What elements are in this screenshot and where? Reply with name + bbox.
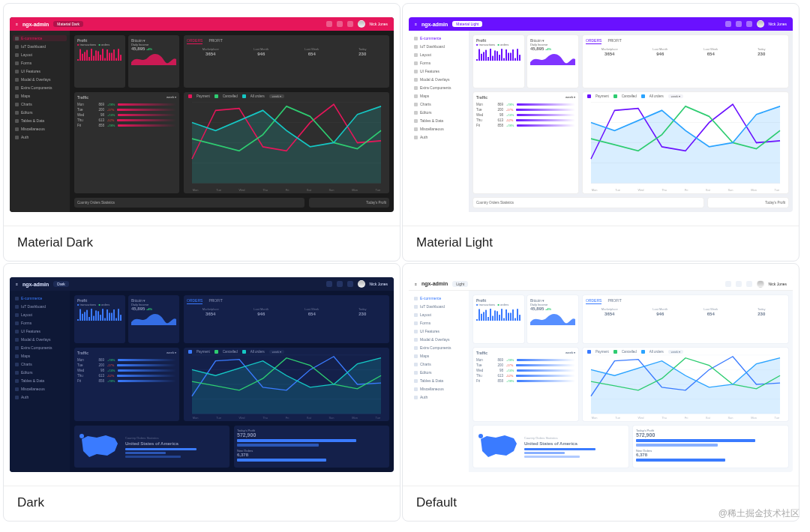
- mail-icon[interactable]: [337, 281, 343, 287]
- bell-icon[interactable]: [347, 21, 353, 27]
- stat-card: Today230: [339, 46, 387, 56]
- sidebar-item[interactable]: Maps: [13, 353, 67, 359]
- bell-icon[interactable]: [347, 281, 353, 287]
- sidebar-item[interactable]: IoT Dashboard: [412, 43, 466, 49]
- theme-pill[interactable]: Material Light: [452, 21, 482, 27]
- sidebar-item[interactable]: Extra Components: [13, 345, 67, 351]
- sidebar-item[interactable]: Miscellaneous: [412, 386, 466, 392]
- sidebar-item[interactable]: Editors: [412, 109, 466, 115]
- sidebar-item[interactable]: Forms: [412, 60, 466, 66]
- sidebar-item[interactable]: UI Features: [412, 68, 466, 74]
- topbar: ≡ ngx-admin Material Light Nick Jones: [409, 17, 793, 31]
- tab-profit[interactable]: PROFIT: [608, 298, 621, 304]
- sidebar-item[interactable]: Auth: [13, 134, 67, 140]
- avatar[interactable]: [358, 280, 365, 288]
- tab-profit[interactable]: PROFIT: [208, 38, 222, 44]
- sidebar-item[interactable]: Extra Components: [412, 345, 466, 351]
- tab-profit[interactable]: PROFIT: [608, 38, 621, 44]
- sidebar-item[interactable]: Charts: [13, 101, 67, 107]
- sidebar-item[interactable]: Forms: [13, 60, 67, 66]
- watermark-text: @稀土掘金技术社区: [718, 507, 800, 520]
- sidebar-item[interactable]: E-commerce: [412, 295, 466, 301]
- sidebar-item[interactable]: Editors: [13, 369, 67, 375]
- sidebar-item[interactable]: Modal & Overlays: [412, 76, 466, 82]
- sidebar-item[interactable]: IoT Dashboard: [13, 303, 67, 309]
- sidebar-item[interactable]: Layout: [412, 52, 466, 58]
- svg-rect-64: [109, 313, 110, 321]
- sidebar-item[interactable]: Auth: [412, 134, 466, 140]
- tab-orders[interactable]: ORDERS: [187, 38, 202, 44]
- search-icon[interactable]: [725, 281, 731, 287]
- sidebar-item[interactable]: Extra Components: [13, 85, 67, 91]
- theme-card-default[interactable]: ≡ ngx-admin Light Nick Jones E-commerceI…: [402, 263, 800, 522]
- stat-card: Marketplace3654: [586, 306, 634, 316]
- mail-icon[interactable]: [736, 21, 742, 27]
- sidebar-item[interactable]: Editors: [13, 109, 67, 115]
- country-orders-panel: Country Orders Statistics: [473, 198, 704, 208]
- sidebar-item[interactable]: Maps: [13, 93, 67, 99]
- sidebar-item[interactable]: Layout: [13, 52, 67, 58]
- sidebar-item[interactable]: Maps: [412, 353, 466, 359]
- brand: ngx-admin: [22, 22, 49, 27]
- svg-rect-7: [93, 56, 94, 61]
- traffic-row: Fri858+78%: [476, 123, 575, 128]
- sidebar-item[interactable]: Layout: [13, 312, 67, 318]
- sidebar-item[interactable]: UI Features: [13, 328, 67, 334]
- menu-icon[interactable]: ≡: [415, 282, 417, 286]
- sidebar-item[interactable]: Modal & Overlays: [13, 336, 67, 342]
- sidebar-item[interactable]: Tables & Data: [412, 118, 466, 124]
- avatar[interactable]: [358, 20, 365, 28]
- sidebar-item[interactable]: Miscellaneous: [13, 126, 67, 132]
- sidebar-item[interactable]: E-commerce: [13, 35, 67, 41]
- tab-orders[interactable]: ORDERS: [187, 298, 202, 304]
- sidebar-item[interactable]: Miscellaneous: [412, 126, 466, 132]
- sidebar-item[interactable]: UI Features: [13, 68, 67, 74]
- sidebar-item[interactable]: Forms: [412, 320, 466, 326]
- sidebar-item[interactable]: Modal & Overlays: [412, 336, 466, 342]
- sidebar-item[interactable]: Editors: [412, 369, 466, 375]
- svg-rect-62: [104, 318, 106, 321]
- tab-profit[interactable]: PROFIT: [208, 298, 222, 304]
- theme-caption: Material Light: [403, 226, 799, 261]
- sidebar-item[interactable]: Charts: [412, 361, 466, 367]
- orders-chart-panel: Payment Cancelled All orders week ▾ MonT…: [184, 92, 389, 193]
- theme-card-dark[interactable]: ≡ ngx-admin Dark Nick Jones E-commerceIo…: [3, 263, 400, 522]
- bell-icon[interactable]: [746, 21, 752, 27]
- sidebar-item[interactable]: Forms: [13, 320, 67, 326]
- menu-icon[interactable]: ≡: [415, 22, 417, 26]
- sidebar-item[interactable]: E-commerce: [412, 35, 466, 41]
- tab-orders[interactable]: ORDERS: [586, 38, 602, 44]
- sidebar-item[interactable]: Charts: [412, 101, 466, 107]
- search-icon[interactable]: [326, 21, 332, 27]
- theme-pill[interactable]: Dark: [53, 281, 69, 287]
- search-icon[interactable]: [326, 281, 332, 287]
- sidebar-item[interactable]: Tables & Data: [13, 118, 67, 124]
- theme-pill[interactable]: Material Dark: [53, 21, 83, 27]
- avatar[interactable]: [757, 20, 764, 28]
- sidebar-item[interactable]: IoT Dashboard: [412, 303, 466, 309]
- sidebar-item[interactable]: Layout: [412, 312, 466, 318]
- sidebar-item[interactable]: UI Features: [412, 328, 466, 334]
- menu-icon[interactable]: ≡: [16, 22, 18, 26]
- theme-pill[interactable]: Light: [452, 281, 468, 287]
- menu-icon[interactable]: ≡: [16, 282, 18, 286]
- sidebar-item[interactable]: Auth: [13, 394, 67, 400]
- sidebar-item[interactable]: Extra Components: [412, 85, 466, 91]
- sidebar-item[interactable]: IoT Dashboard: [13, 43, 67, 49]
- tab-orders[interactable]: ORDERS: [586, 298, 602, 304]
- sidebar-item[interactable]: Modal & Overlays: [13, 76, 67, 82]
- theme-card-material-dark[interactable]: ≡ ngx-admin Material Dark Nick Jones E-c…: [3, 3, 400, 262]
- sidebar-item[interactable]: Miscellaneous: [13, 386, 67, 392]
- sidebar-item[interactable]: Tables & Data: [13, 378, 67, 384]
- avatar[interactable]: [757, 280, 764, 288]
- sidebar-item[interactable]: E-commerce: [13, 295, 67, 301]
- sidebar-item[interactable]: Auth: [412, 394, 466, 400]
- mail-icon[interactable]: [736, 281, 742, 287]
- sidebar-item[interactable]: Tables & Data: [412, 378, 466, 384]
- sidebar-item[interactable]: Charts: [13, 361, 67, 367]
- search-icon[interactable]: [725, 21, 731, 27]
- mail-icon[interactable]: [337, 21, 343, 27]
- bell-icon[interactable]: [746, 281, 752, 287]
- theme-card-material-light[interactable]: ≡ ngx-admin Material Light Nick Jones E-…: [402, 3, 800, 262]
- sidebar-item[interactable]: Maps: [412, 93, 466, 99]
